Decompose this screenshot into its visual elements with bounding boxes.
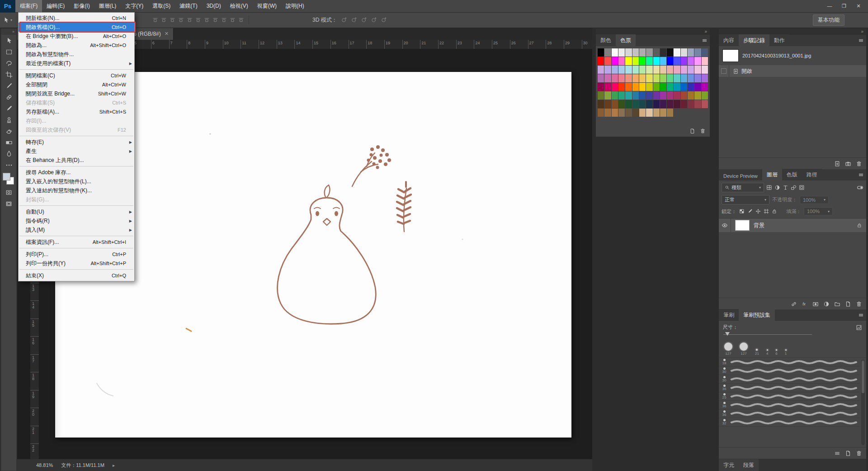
file-menu-item[interactable]: 列印一份拷貝(Y)Alt+Shift+Ctrl+P (19, 259, 134, 268)
color-swatch[interactable] (702, 100, 708, 108)
color-swatch[interactable] (702, 83, 708, 91)
file-menu-item[interactable]: 開新檔案(N)...Ctrl+N (19, 14, 134, 23)
color-swatch[interactable] (625, 100, 632, 108)
color-swatch[interactable] (660, 74, 666, 82)
color-swatch[interactable] (653, 66, 660, 74)
brush-scrollbar[interactable] (861, 360, 865, 445)
color-swatch[interactable] (618, 48, 625, 57)
color-swatch[interactable] (688, 66, 694, 74)
file-menu-item[interactable]: 另存新檔(A)...Shift+Ctrl+S (19, 107, 134, 116)
color-swatch[interactable] (702, 74, 708, 82)
tab-brush[interactable]: 筆刷 (719, 309, 739, 321)
lock-pixels-icon[interactable] (747, 209, 753, 214)
align-button[interactable] (195, 17, 201, 23)
brush-preset-row[interactable]: 36 (719, 409, 860, 418)
color-swatch[interactable] (681, 83, 687, 91)
color-swatch[interactable] (667, 100, 673, 108)
color-swatch[interactable] (625, 57, 632, 65)
layer-filter-kind-dropdown[interactable]: 種類 ▾ (722, 183, 764, 192)
brush-size-slider[interactable] (723, 331, 862, 338)
brush-preset-row[interactable]: 36 (719, 401, 860, 409)
color-swatch[interactable] (598, 100, 604, 108)
maximize-button[interactable]: ❐ (838, 0, 850, 12)
file-menu-item[interactable]: 轉存(E)▶ (19, 138, 134, 147)
link-layers-icon[interactable] (791, 301, 797, 307)
menubar-item[interactable]: 說明(H) (281, 0, 309, 12)
add-mask-icon[interactable] (812, 301, 819, 307)
tab-color[interactable]: 顏色 (596, 34, 616, 46)
brush-preset[interactable]: 1 (785, 349, 787, 356)
color-swatch[interactable] (674, 48, 680, 57)
brush-preset-row[interactable]: 36 (719, 384, 860, 392)
color-swatch[interactable] (694, 48, 701, 57)
align-button[interactable] (152, 17, 158, 23)
color-swatch[interactable] (598, 91, 604, 100)
color-swatch[interactable] (625, 48, 632, 57)
tab-paths[interactable]: 路徑 (802, 169, 822, 181)
layer-thumbnail[interactable] (735, 220, 750, 231)
color-swatch[interactable] (660, 48, 666, 57)
align-button[interactable] (178, 17, 184, 23)
lasso-tool[interactable] (1, 57, 16, 69)
color-swatch[interactable] (653, 91, 660, 100)
brush-preset-row[interactable]: 30 (719, 375, 860, 384)
color-swatch[interactable] (604, 83, 611, 91)
layer-row-background[interactable]: 背景 (719, 219, 866, 232)
tab-properties[interactable]: 內容 (719, 34, 739, 46)
color-swatch[interactable] (694, 91, 701, 100)
color-swatch[interactable] (653, 74, 660, 82)
file-menu-item[interactable]: 列印(P)...Ctrl+P (19, 250, 134, 259)
color-swatch[interactable] (688, 57, 694, 65)
filter-toggle-icon[interactable] (857, 184, 863, 191)
color-swatch[interactable] (667, 109, 673, 117)
panel-menu-icon[interactable] (858, 38, 864, 43)
color-swatch[interactable] (694, 100, 701, 108)
color-swatch[interactable] (612, 83, 618, 91)
color-swatch[interactable] (639, 100, 646, 108)
color-swatch[interactable] (702, 66, 708, 74)
align-button[interactable] (238, 17, 244, 23)
color-swatch[interactable] (667, 57, 673, 65)
color-swatch[interactable] (632, 83, 639, 91)
color-swatch[interactable] (612, 48, 618, 57)
color-swatch[interactable] (660, 109, 666, 117)
color-swatch[interactable] (667, 91, 673, 100)
new-group-icon[interactable] (834, 301, 840, 307)
file-menu-item[interactable]: 讀入(M)▶ (19, 225, 134, 234)
color-swatch[interactable] (674, 66, 680, 74)
quick-mask-button[interactable] (1, 187, 16, 198)
color-swatch[interactable] (702, 48, 708, 57)
color-swatch[interactable] (625, 83, 632, 91)
color-swatch[interactable] (660, 100, 666, 108)
brush-stroke-preview-icon[interactable] (856, 324, 862, 331)
new-layer-icon[interactable] (845, 301, 851, 307)
menubar-item[interactable]: 視窗(W) (253, 0, 281, 12)
history-source-gutter[interactable] (719, 65, 729, 77)
file-menu-item[interactable]: 在 Behance 上共用(D)... (19, 156, 134, 165)
color-swatch[interactable] (694, 83, 701, 91)
color-swatch[interactable] (653, 109, 660, 117)
color-swatch[interactable] (639, 74, 646, 82)
color-swatch[interactable] (618, 57, 625, 65)
filter-smart-object-icon[interactable] (799, 185, 805, 190)
foreground-color-swatch[interactable] (3, 173, 10, 181)
color-swatch[interactable] (604, 57, 611, 65)
eyedropper-tool[interactable] (1, 80, 16, 91)
filter-type-layers-icon[interactable] (783, 185, 788, 190)
color-swatch[interactable] (639, 109, 646, 117)
new-swatch-icon[interactable] (689, 128, 695, 134)
file-menu-item[interactable]: 搜尋 Adobe 庫存... (19, 168, 134, 177)
color-swatch[interactable] (646, 66, 652, 74)
new-brush-icon[interactable] (845, 450, 851, 457)
align-button[interactable] (204, 17, 210, 23)
color-swatch[interactable] (598, 109, 604, 117)
collapse-dock-icon[interactable]: » (596, 29, 710, 35)
align-button[interactable] (170, 17, 175, 23)
color-swatch[interactable] (681, 66, 687, 74)
lock-artboard-icon[interactable] (764, 209, 769, 214)
color-swatch[interactable] (667, 48, 673, 57)
color-swatch[interactable] (646, 100, 652, 108)
history-source-checkbox[interactable] (721, 68, 726, 74)
brush-preset[interactable]: 6 (775, 349, 777, 356)
color-swatch[interactable] (674, 57, 680, 65)
